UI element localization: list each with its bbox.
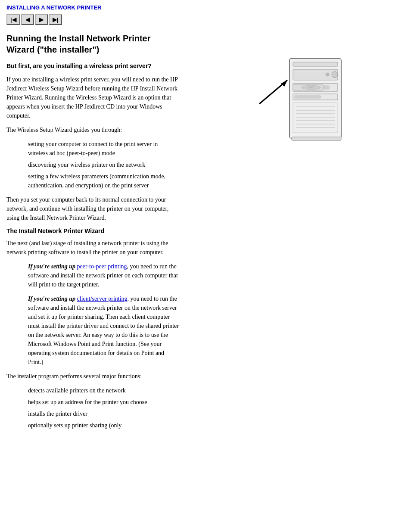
para-wireless-intro: If you are installing a wireless print s… [6, 75, 179, 120]
function-list: detects available printers on the networ… [28, 386, 179, 430]
svg-rect-4 [293, 69, 338, 80]
first-button[interactable]: |◀ [6, 14, 20, 25]
main-heading: Running the Install Network Printer Wiza… [6, 33, 179, 55]
func-item-4: optionally sets up printer sharing (only [28, 421, 179, 430]
func-item-2: helps set up an address for the printer … [28, 398, 179, 407]
svg-rect-13 [295, 96, 321, 98]
para-installer-intro: The installer program performs several m… [6, 372, 179, 381]
svg-rect-3 [293, 62, 338, 66]
cs-rest-text: , you need to run the software and insta… [28, 296, 179, 365]
content-area: Running the Install Network Printer Wiza… [6, 33, 179, 435]
p2p-bold-label: If you're setting up [28, 263, 77, 270]
prev-button[interactable]: ◀ [21, 14, 34, 25]
subheading-wizard: The Install Network Printer Wizard [6, 227, 179, 234]
cs-bold-label: If you're setting up [28, 296, 77, 302]
main-layout: Running the Install Network Printer Wiza… [6, 33, 405, 435]
bullet-item-2: discovering your wireless printer on the… [28, 160, 179, 169]
last-button[interactable]: ▶| [49, 14, 62, 25]
cs-block: If you're setting up client/server print… [28, 294, 179, 367]
subheading-wireless: But first, are you installing a wireless… [6, 62, 179, 71]
bullet-list-wireless: setting your computer to connect to the … [28, 140, 179, 190]
cs-link[interactable]: client/server printing [77, 296, 128, 302]
para-wizard-desc: The next (and last) stage of installing … [6, 239, 179, 257]
page-title: INSTALLING A NETWORK PRINTER [6, 4, 405, 11]
p2p-block: If you're setting up peer-to-peer printi… [28, 262, 179, 289]
navigation-bar: |◀ ◀ ▶ ▶| [6, 14, 405, 25]
bullet-item-1: setting your computer to connect to the … [28, 140, 179, 158]
image-area [187, 33, 405, 435]
p2p-paragraph: If you're setting up peer-to-peer printi… [28, 262, 179, 289]
para-continue: Then you set your computer back to its n… [6, 195, 179, 222]
svg-point-11 [309, 87, 313, 88]
svg-point-5 [332, 72, 338, 78]
p2p-link[interactable]: peer-to-peer printing [77, 263, 127, 270]
func-item-1: detects available printers on the networ… [28, 386, 179, 395]
svg-point-6 [326, 73, 329, 76]
svg-rect-22 [292, 137, 341, 140]
cs-paragraph: If you're setting up client/server print… [28, 294, 179, 367]
func-item-3: installs the printer driver [28, 409, 179, 418]
next-button[interactable]: ▶ [35, 14, 48, 25]
computer-illustration [246, 37, 346, 149]
para-wizard-intro: The Wireless Setup Wizard guides you thr… [6, 125, 179, 134]
bullet-item-3: setting a few wireless parameters (commu… [28, 172, 179, 190]
